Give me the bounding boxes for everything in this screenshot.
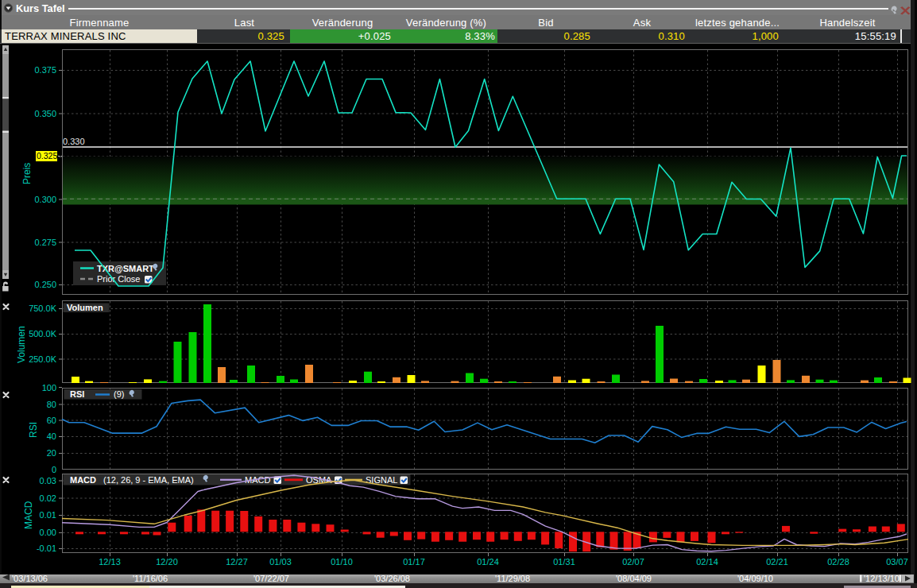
svg-text:03/07: 03/07 [886,557,908,567]
svg-text:'12/13/10: '12/13/10 [864,574,900,583]
svg-text:0.300: 0.300 [34,195,56,204]
svg-text:500.0K: 500.0K [29,329,57,338]
svg-text:12/27: 12/27 [226,557,248,567]
svg-text:60: 60 [47,416,56,425]
svg-text:0.01: 0.01 [40,510,56,520]
svg-text:'11/29/08: '11/29/08 [495,574,530,583]
svg-text:0.330: 0.330 [63,137,85,146]
svg-text:RSI: RSI [70,389,84,399]
svg-text:40: 40 [47,431,56,441]
svg-text:250.0K: 250.0K [29,354,57,364]
svg-text:0.375: 0.375 [34,65,56,75]
svg-text:0: 0 [52,465,56,474]
svg-text:02/14: 02/14 [696,557,718,567]
svg-text:100: 100 [42,383,56,393]
svg-text:0.02: 0.02 [40,493,56,503]
svg-text:'07/22/07: '07/22/07 [253,574,289,583]
svg-text:80: 80 [47,400,56,409]
svg-text:MACD: MACD [70,475,96,485]
svg-text:02/07: 02/07 [622,557,644,567]
svg-text:'03/13/06: '03/13/06 [12,574,48,583]
svg-text:0.03: 0.03 [40,476,56,485]
svg-text:'03/26/08: '03/26/08 [374,574,410,583]
svg-text:(12, 26, 9 - EMA, EMA): (12, 26, 9 - EMA, EMA) [103,475,194,485]
svg-text:02/21: 02/21 [766,557,788,567]
svg-text:RSI: RSI [28,422,39,438]
svg-text:12/13: 12/13 [99,557,121,567]
svg-text:MACD: MACD [23,501,34,529]
svg-text:(9): (9) [114,389,124,399]
svg-text:Volumen: Volumen [67,303,103,312]
svg-text:0.00: 0.00 [40,528,56,537]
svg-text:-0.01: -0.01 [37,544,56,553]
svg-text:01/24: 01/24 [477,557,499,567]
svg-text:'04/09/10: '04/09/10 [737,574,773,583]
svg-text:01/31: 01/31 [553,557,575,567]
svg-text:'11/16/06: '11/16/06 [133,574,168,583]
svg-text:Prior Close: Prior Close [97,274,140,284]
svg-text:0.325: 0.325 [37,151,57,161]
svg-text:0.350: 0.350 [34,109,56,118]
svg-text:01/03: 01/03 [269,557,292,567]
svg-text:Volumen: Volumen [16,326,27,363]
svg-text:02/28: 02/28 [827,557,849,567]
svg-text:MACD: MACD [245,475,270,485]
svg-text:01/10: 01/10 [331,557,353,567]
svg-text:0.250: 0.250 [34,280,56,289]
svg-text:20: 20 [47,448,56,458]
svg-text:12/20: 12/20 [156,557,178,567]
svg-text:01/17: 01/17 [403,557,425,567]
svg-text:0.275: 0.275 [34,238,56,247]
svg-text:TXR@SMART: TXR@SMART [97,264,154,273]
svg-text:750.0K: 750.0K [29,304,57,313]
svg-text:Preis: Preis [21,163,33,184]
svg-text:'08/04/09: '08/04/09 [616,574,652,583]
